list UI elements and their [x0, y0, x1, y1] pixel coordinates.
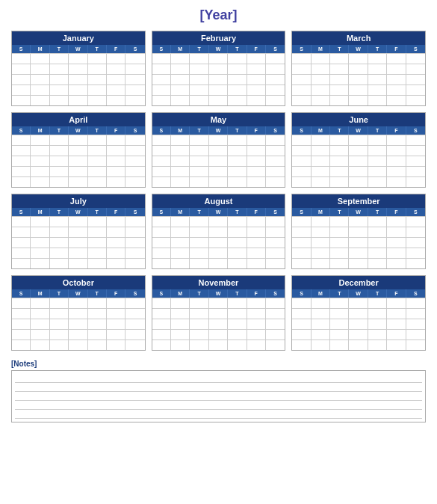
day-cell — [69, 96, 87, 105]
day-cell — [107, 135, 125, 145]
day-cell — [88, 146, 107, 156]
day-header-W: W — [69, 126, 87, 135]
day-cell — [266, 217, 285, 227]
day-row — [12, 74, 145, 84]
day-cell — [12, 319, 31, 329]
day-cell — [387, 227, 406, 237]
day-rows-january — [12, 53, 145, 105]
day-cell — [312, 330, 330, 339]
day-headers-january: SMTWTFS — [12, 45, 145, 53]
day-cell — [266, 177, 285, 187]
day-header-W: W — [349, 45, 368, 53]
day-header-M: M — [171, 45, 190, 53]
day-cell — [406, 298, 425, 308]
day-cell — [125, 156, 144, 166]
day-cell — [125, 330, 144, 339]
day-cell — [12, 75, 31, 84]
day-header-T: T — [50, 208, 69, 216]
notes-label: [Notes] — [11, 360, 426, 368]
day-cell — [171, 238, 190, 248]
day-cell — [88, 54, 107, 64]
day-cell — [69, 156, 87, 166]
day-cell — [387, 85, 406, 95]
day-cell — [349, 259, 368, 268]
day-header-T: T — [50, 289, 69, 298]
day-row — [292, 319, 425, 329]
day-cell — [387, 298, 406, 308]
day-row — [292, 95, 425, 105]
day-header-T: T — [368, 208, 387, 216]
day-cell — [31, 75, 49, 84]
day-cell — [88, 96, 107, 105]
day-cell — [31, 227, 49, 237]
day-cell — [330, 238, 349, 248]
day-cell — [69, 217, 87, 227]
day-row — [152, 237, 285, 248]
day-cell — [107, 156, 125, 166]
day-cell — [69, 238, 87, 248]
day-cell — [152, 64, 171, 74]
day-headers-june: SMTWTFS — [292, 126, 425, 135]
day-cell — [292, 146, 311, 156]
day-header-M: M — [312, 126, 330, 135]
day-header-S: S — [406, 208, 425, 216]
day-cell — [266, 135, 285, 145]
day-cell — [406, 135, 425, 145]
day-cell — [368, 217, 387, 227]
day-cell — [152, 135, 171, 145]
day-cell — [12, 309, 31, 319]
day-cell — [125, 64, 144, 74]
day-cell — [12, 64, 31, 74]
day-cell — [349, 146, 368, 156]
day-row — [12, 84, 145, 95]
day-cell — [50, 156, 69, 166]
notes-box[interactable] — [11, 370, 426, 422]
day-row — [12, 227, 145, 237]
day-row — [12, 298, 145, 308]
day-row — [12, 156, 145, 166]
day-row — [292, 258, 425, 268]
day-cell — [50, 54, 69, 64]
day-cell — [209, 64, 228, 74]
day-cell — [266, 309, 285, 319]
day-cell — [247, 156, 266, 166]
day-cell — [152, 309, 171, 319]
month-header-august: August — [152, 194, 285, 208]
day-row — [12, 237, 145, 248]
day-cell — [312, 75, 330, 84]
month-header-december: December — [292, 276, 425, 289]
day-cell — [125, 259, 144, 268]
day-cell — [368, 146, 387, 156]
day-cell — [349, 298, 368, 308]
day-row — [12, 53, 145, 64]
month-block-june: JuneSMTWTFS — [291, 112, 426, 188]
day-row — [152, 319, 285, 329]
day-row — [12, 216, 145, 227]
day-cell — [247, 319, 266, 329]
day-cell — [312, 259, 330, 268]
day-row — [12, 95, 145, 105]
day-cell — [190, 156, 208, 166]
day-cell — [125, 227, 144, 237]
day-cell — [247, 259, 266, 268]
day-headers-may: SMTWTFS — [152, 126, 285, 135]
day-cell — [107, 227, 125, 237]
day-cell — [266, 227, 285, 237]
day-cell — [209, 330, 228, 339]
day-cell — [12, 167, 31, 176]
day-cell — [247, 238, 266, 248]
day-header-T: T — [228, 208, 247, 216]
day-cell — [387, 146, 406, 156]
day-header-S: S — [266, 45, 285, 53]
day-cell — [368, 248, 387, 258]
day-cell — [247, 146, 266, 156]
day-cell — [190, 330, 208, 339]
day-cell — [387, 238, 406, 248]
day-cell — [69, 298, 87, 308]
day-cell — [88, 330, 107, 339]
day-cell — [190, 75, 208, 84]
day-cell — [12, 330, 31, 339]
day-cell — [406, 177, 425, 187]
month-block-october: OctoberSMTWTFS — [11, 275, 146, 351]
day-cell — [125, 238, 144, 248]
